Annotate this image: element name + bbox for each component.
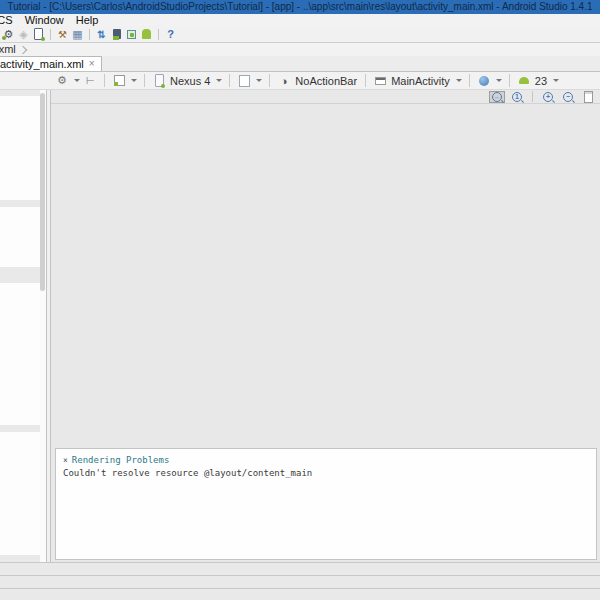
breadcrumb-file[interactable]: activity_main.xml (0, 43, 16, 56)
android-studio-window: Tutorial - [C:\Users\Carlos\AndroidStudi… (0, 0, 600, 600)
run-config-icon[interactable] (17, 28, 30, 41)
chevron-down-icon (553, 79, 559, 82)
toolbar-separator (469, 74, 470, 87)
bottom-strip (0, 588, 600, 600)
android-monitor-icon[interactable] (140, 28, 153, 41)
run-device-icon[interactable] (32, 28, 45, 41)
rendering-problems-title: Rendering Problems (72, 455, 170, 465)
theme-selector[interactable]: NoActionBar (295, 75, 357, 87)
toolbar-separator (269, 74, 270, 87)
device-phone-icon[interactable] (152, 74, 166, 88)
activity-selector[interactable]: MainActivity (391, 75, 450, 87)
rendering-problems-header: × Rendering Problems (56, 449, 596, 466)
chevron-down-icon (496, 79, 502, 82)
device-selector[interactable]: Nexus 4 (170, 75, 210, 87)
editor-content: × Rendering Problems Couldn't resolve re… (0, 90, 600, 562)
chevron-down-icon (216, 79, 222, 82)
menu-bar: VCS Window Help (0, 14, 600, 26)
gear-icon[interactable] (55, 74, 69, 88)
palette-section (0, 432, 40, 555)
menu-window[interactable]: Window (19, 14, 70, 26)
window-title: Tutorial - [C:\Users\Carlos\AndroidStudi… (7, 1, 592, 12)
rendering-problems-panel: × Rendering Problems Couldn't resolve re… (55, 448, 597, 560)
status-bar (0, 575, 600, 588)
zoom-actual-button[interactable] (509, 91, 525, 103)
toolbar-separator (89, 29, 90, 40)
chevron-right-icon (19, 45, 27, 53)
preview-zoom-toolbar (51, 90, 600, 104)
settings-wrench-icon[interactable] (56, 28, 69, 41)
chevron-down-icon (256, 79, 262, 82)
make-project-icon[interactable] (2, 28, 15, 41)
design-canvas: × Rendering Problems Couldn't resolve re… (51, 90, 600, 562)
palette-pane (0, 90, 40, 562)
api-level-selector[interactable]: 23 (535, 75, 547, 87)
editor-tab-bar: activity_main.xml × (0, 56, 600, 72)
toolbar-separator (365, 74, 366, 87)
help-icon[interactable] (164, 28, 177, 41)
orientation-icon[interactable] (237, 74, 251, 88)
toolbar-separator (50, 29, 51, 40)
palette-gap (0, 555, 40, 562)
close-icon[interactable]: × (89, 59, 95, 69)
gradle-sync-icon[interactable] (95, 28, 108, 41)
toolbar-separator (104, 74, 105, 87)
palette-gap (0, 425, 40, 432)
theme-icon[interactable] (277, 74, 291, 88)
designer-toolbar: Nexus 4 NoActionBar MainActivity 23 (0, 72, 600, 90)
menu-vcs[interactable]: VCS (0, 14, 19, 26)
close-icon[interactable]: × (63, 456, 68, 465)
toolbar-separator (509, 74, 510, 87)
menu-help[interactable]: Help (70, 14, 105, 26)
sdk-manager-icon[interactable] (125, 28, 138, 41)
zoom-in-icon (543, 92, 553, 102)
zoom-actual-icon (512, 92, 522, 102)
navigation-breadcrumb-bar: activity_main.xml (0, 43, 600, 56)
render-options-icon (584, 91, 593, 103)
tab-activity-main-xml[interactable]: activity_main.xml × (0, 56, 102, 71)
scrollbar-thumb[interactable] (40, 93, 45, 291)
toolbar-separator (229, 74, 230, 87)
palette-section (0, 96, 40, 200)
chevron-down-icon (74, 79, 80, 82)
rendering-problems-message: Couldn't resolve resource @layout/conten… (56, 466, 596, 478)
zoom-out-icon (563, 92, 573, 102)
toolbar-separator (532, 91, 533, 102)
title-bar: Tutorial - [C:\Users\Carlos\AndroidStudi… (0, 0, 600, 14)
zoom-fit-button[interactable] (489, 91, 505, 103)
render-options-button[interactable] (580, 91, 596, 103)
activity-icon[interactable] (373, 74, 387, 88)
zoom-in-button[interactable] (540, 91, 556, 103)
palette-gap (0, 267, 40, 283)
configuration-icon[interactable] (112, 74, 126, 88)
palette-scrollbar[interactable] (40, 90, 46, 562)
palette-gap (0, 200, 40, 207)
palette-section (0, 283, 40, 425)
zoom-out-button[interactable] (560, 91, 576, 103)
chevron-down-icon (456, 79, 462, 82)
main-toolbar (0, 26, 600, 43)
docked-bar (0, 562, 600, 575)
toolbar-separator (158, 29, 159, 40)
avd-manager-icon[interactable] (110, 28, 123, 41)
tab-label: activity_main.xml (0, 58, 84, 70)
pin-icon[interactable] (83, 74, 97, 88)
locale-globe-icon[interactable] (477, 74, 491, 88)
project-structure-icon[interactable] (71, 28, 84, 41)
toolbar-separator (144, 74, 145, 87)
chevron-down-icon (131, 79, 137, 82)
zoom-fit-icon (492, 92, 502, 102)
android-api-icon[interactable] (517, 74, 531, 88)
palette-section (0, 207, 40, 267)
